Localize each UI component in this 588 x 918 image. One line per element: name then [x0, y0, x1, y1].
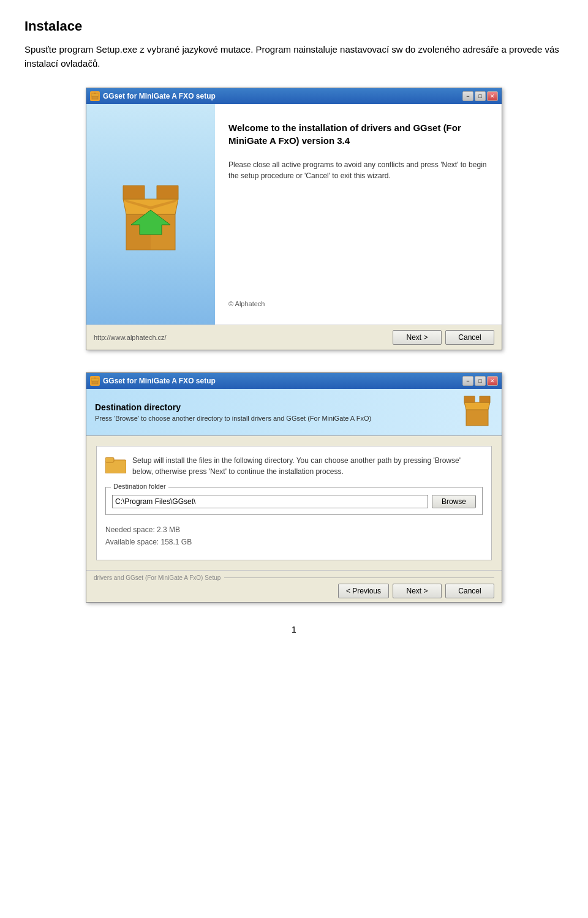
dialog1-title-text: GGset for MiniGate A FXO setup [103, 92, 216, 100]
dialog2-header-title: Destination directory [95, 402, 371, 412]
dialog2-folder-icon [105, 455, 126, 476]
dialog2-header-text: Destination directory Press 'Browse' to … [95, 402, 371, 422]
dialog1-footer: http://www.alphatech.cz/ Next > Cancel [86, 325, 502, 350]
dialog2-title-bar: GGset for MiniGate A FXO setup − □ ✕ [86, 373, 502, 389]
svg-marker-15 [464, 396, 475, 402]
dialog1-title-bar: GGset for MiniGate A FXO setup − □ ✕ [86, 88, 502, 104]
dialog1-welcome-title: Welcome to the installation of drivers a… [228, 121, 488, 147]
dialog1-body: Welcome to the installation of drivers a… [86, 104, 502, 325]
dialog2-body-outer: Setup will install the files in the foll… [86, 436, 502, 570]
dialog1-window-controls: − □ ✕ [462, 91, 498, 101]
dialog1-next-button[interactable]: Next > [393, 330, 442, 345]
dialog1-welcome-desc: Please close all active programs to avoi… [228, 159, 488, 181]
dialog1-cancel-button[interactable]: Cancel [445, 330, 494, 345]
dialog2-header-icon [461, 395, 493, 429]
dialog2-app-icon [90, 376, 100, 386]
intro-text: Spusťte program Setup.exe z vybrané jazy… [24, 43, 564, 70]
destination-folder-group: Destination folder Browse [105, 487, 483, 515]
available-space: Available space: 158.1 GB [105, 536, 483, 548]
dialog1-graphic-panel [86, 104, 215, 325]
installation-box-icon [114, 181, 187, 254]
dialog2-footer: drivers and GGset (For MiniGate A FxO) S… [86, 570, 502, 602]
browse-button[interactable]: Browse [432, 495, 476, 508]
svg-marker-14 [464, 402, 490, 410]
dest-folder-input[interactable] [112, 495, 428, 508]
dialog2-close-button[interactable]: ✕ [487, 376, 498, 386]
dialog2-maximize-button[interactable]: □ [475, 376, 486, 386]
dialog2-window: GGset for MiniGate A FXO setup − □ ✕ Des… [86, 372, 502, 603]
dest-folder-row: Browse [112, 495, 476, 508]
svg-marker-12 [94, 377, 96, 378]
dialog2-cancel-button[interactable]: Cancel [445, 584, 494, 598]
page-number: 1 [24, 625, 564, 634]
dialog1-copyright: © Alphatech [228, 300, 488, 307]
dialog1-top-content: Welcome to the installation of drivers a… [228, 121, 488, 181]
svg-rect-11 [91, 378, 99, 381]
dialog2-window-controls: − □ ✕ [462, 376, 498, 386]
footer-separator-line [224, 578, 494, 578]
space-info: Needed space: 2.3 MB Available space: 15… [105, 524, 483, 549]
page-title: Instalace [24, 18, 564, 34]
dialog2-header-subtitle: Press 'Browse' to choose another directo… [95, 415, 371, 422]
dialog2-title-text: GGset for MiniGate A FXO setup [103, 377, 216, 385]
dest-folder-legend: Destination folder [111, 483, 168, 490]
dialog2-info-row: Setup will install the files in the foll… [105, 455, 483, 477]
dialog2-next-button[interactable]: Next > [393, 584, 442, 598]
svg-rect-13 [466, 410, 488, 426]
dialog2-minimize-button[interactable]: − [462, 376, 473, 386]
dialog1-maximize-button[interactable]: □ [475, 91, 486, 101]
svg-rect-18 [105, 457, 114, 462]
dialog1-close-button[interactable]: ✕ [487, 91, 498, 101]
dialog1-window: GGset for MiniGate A FXO setup − □ ✕ [86, 88, 502, 350]
dialog2-footer-label-text: drivers and GGset (For MiniGate A FxO) S… [94, 574, 221, 581]
dialog2-title-left: GGset for MiniGate A FXO setup [90, 376, 216, 386]
dialog2-previous-button[interactable]: < Previous [338, 584, 389, 598]
dialog2-header: Destination directory Press 'Browse' to … [86, 389, 502, 436]
needed-space: Needed space: 2.3 MB [105, 524, 483, 536]
box-graphic [114, 181, 187, 248]
dialog2-body: Setup will install the files in the foll… [96, 446, 492, 560]
folder-icon [105, 455, 126, 473]
dialog2-info-text: Setup will install the files in the foll… [132, 455, 483, 477]
svg-marker-8 [157, 186, 178, 199]
dialog1-url: http://www.alphatech.cz/ [94, 334, 167, 341]
dialog2-box-icon [461, 395, 493, 427]
svg-marker-16 [480, 396, 490, 402]
dialog2-footer-buttons: < Previous Next > Cancel [94, 584, 494, 598]
dialog1-title-left: GGset for MiniGate A FXO setup [90, 91, 216, 101]
svg-marker-7 [123, 186, 145, 199]
svg-rect-1 [91, 94, 99, 96]
dialog1-minimize-button[interactable]: − [462, 91, 473, 101]
dialog1-app-icon [90, 91, 100, 101]
svg-marker-2 [94, 92, 96, 94]
dialog2-footer-label-row: drivers and GGset (For MiniGate A FxO) S… [94, 574, 494, 581]
dialog1-footer-buttons: Next > Cancel [393, 330, 494, 345]
dialog1-content: Welcome to the installation of drivers a… [215, 104, 502, 325]
